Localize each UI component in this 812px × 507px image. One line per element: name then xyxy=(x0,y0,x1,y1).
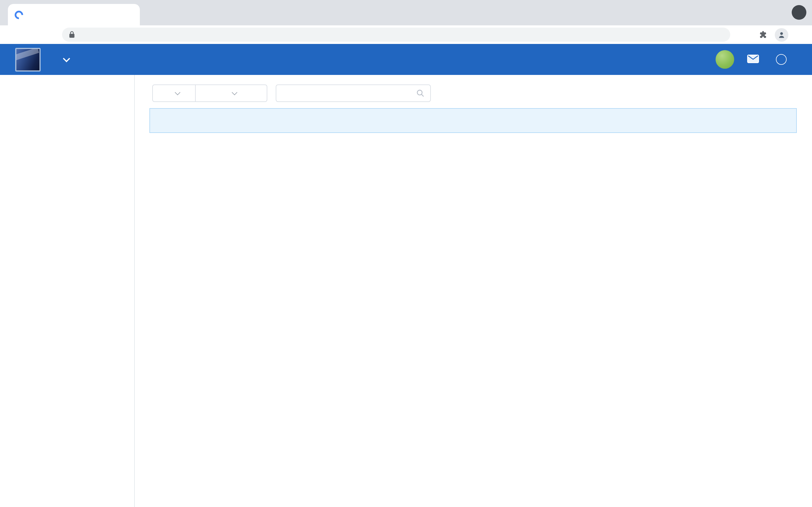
sidebar xyxy=(0,75,135,507)
app-header xyxy=(0,44,812,75)
site-favicon-icon xyxy=(13,9,25,20)
address-bar[interactable] xyxy=(62,27,730,42)
project-thumbnail[interactable] xyxy=(15,48,41,71)
browser-menu-icon[interactable] xyxy=(793,25,808,44)
category-filter-dropdown[interactable] xyxy=(153,85,195,101)
content-panel xyxy=(135,75,812,507)
table-header-row xyxy=(149,108,797,133)
help-icon[interactable] xyxy=(776,54,786,65)
extensions-puzzle-icon[interactable] xyxy=(756,25,770,44)
bookmark-star-icon[interactable] xyxy=(734,25,749,44)
browser-tab[interactable] xyxy=(8,4,140,25)
search-box xyxy=(276,84,431,102)
filter-group xyxy=(152,84,267,102)
lock-icon xyxy=(69,31,75,38)
chevron-down-icon xyxy=(174,90,180,95)
browser-window xyxy=(0,0,812,507)
main-area xyxy=(0,75,812,507)
tab-strip xyxy=(0,0,812,25)
column-header-created[interactable] xyxy=(561,109,564,133)
profile-avatar-icon[interactable] xyxy=(774,25,789,44)
tab-search-button[interactable] xyxy=(792,5,806,20)
chevron-down-icon xyxy=(63,55,70,62)
initiator-filter-dropdown[interactable] xyxy=(195,85,267,101)
browser-toolbar xyxy=(0,25,812,44)
user-avatar[interactable] xyxy=(716,50,734,69)
project-switcher[interactable] xyxy=(56,44,68,75)
chevron-down-icon xyxy=(232,90,238,95)
documents-table xyxy=(149,108,797,133)
mail-icon[interactable] xyxy=(747,55,759,65)
search-icon[interactable] xyxy=(416,89,424,98)
search-input[interactable] xyxy=(282,89,416,98)
